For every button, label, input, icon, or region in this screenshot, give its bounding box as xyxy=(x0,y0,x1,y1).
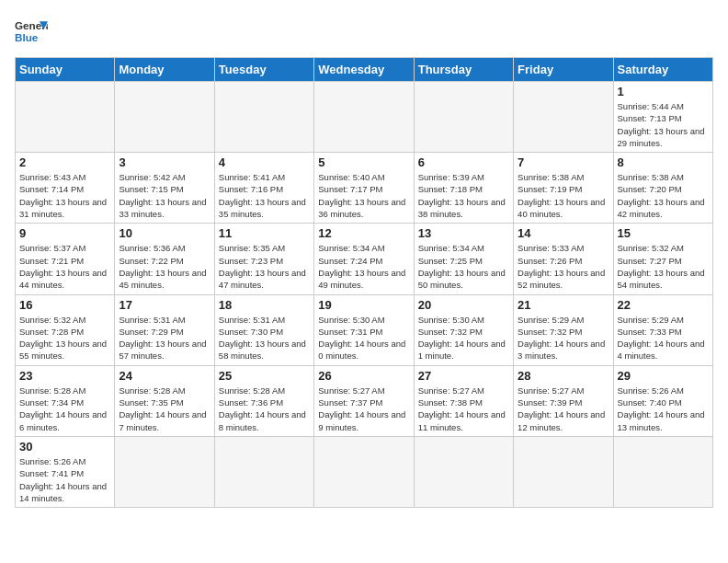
calendar-cell xyxy=(115,436,214,507)
calendar-week-row: 1Sunrise: 5:44 AM Sunset: 7:13 PM Daylig… xyxy=(16,82,713,153)
calendar-cell xyxy=(214,82,313,153)
calendar-header-row: SundayMondayTuesdayWednesdayThursdayFrid… xyxy=(16,58,713,82)
day-number: 4 xyxy=(219,155,310,169)
calendar-cell: 3Sunrise: 5:42 AM Sunset: 7:15 PM Daylig… xyxy=(115,153,214,224)
calendar-cell: 27Sunrise: 5:27 AM Sunset: 7:38 PM Dayli… xyxy=(414,365,513,436)
day-info: Sunrise: 5:38 AM Sunset: 7:19 PM Dayligh… xyxy=(518,171,609,220)
calendar-cell: 12Sunrise: 5:34 AM Sunset: 7:24 PM Dayli… xyxy=(314,224,414,294)
day-info: Sunrise: 5:35 AM Sunset: 7:23 PM Dayligh… xyxy=(219,242,310,291)
day-header-sunday: Sunday xyxy=(16,58,115,82)
day-number: 7 xyxy=(518,155,609,169)
calendar-cell xyxy=(314,436,414,507)
calendar-cell: 26Sunrise: 5:27 AM Sunset: 7:37 PM Dayli… xyxy=(314,365,414,436)
calendar-cell: 7Sunrise: 5:38 AM Sunset: 7:19 PM Daylig… xyxy=(514,153,613,224)
day-info: Sunrise: 5:37 AM Sunset: 7:21 PM Dayligh… xyxy=(19,242,110,291)
day-number: 17 xyxy=(119,298,210,312)
calendar-cell: 24Sunrise: 5:28 AM Sunset: 7:35 PM Dayli… xyxy=(115,365,214,436)
calendar-cell: 2Sunrise: 5:43 AM Sunset: 7:14 PM Daylig… xyxy=(16,153,115,224)
svg-text:Blue: Blue xyxy=(15,31,39,43)
calendar-week-row: 2Sunrise: 5:43 AM Sunset: 7:14 PM Daylig… xyxy=(16,153,713,224)
calendar-week-row: 30Sunrise: 5:26 AM Sunset: 7:41 PM Dayli… xyxy=(16,436,713,507)
day-number: 11 xyxy=(219,226,310,240)
calendar-cell: 21Sunrise: 5:29 AM Sunset: 7:32 PM Dayli… xyxy=(514,294,613,365)
day-header-saturday: Saturday xyxy=(613,58,712,82)
day-number: 24 xyxy=(119,369,210,383)
calendar-cell: 13Sunrise: 5:34 AM Sunset: 7:25 PM Dayli… xyxy=(414,224,513,294)
calendar-cell: 23Sunrise: 5:28 AM Sunset: 7:34 PM Dayli… xyxy=(16,365,115,436)
day-info: Sunrise: 5:30 AM Sunset: 7:31 PM Dayligh… xyxy=(318,314,409,362)
calendar-cell: 19Sunrise: 5:30 AM Sunset: 7:31 PM Dayli… xyxy=(314,294,414,365)
calendar-table: SundayMondayTuesdayWednesdayThursdayFrid… xyxy=(15,57,713,508)
day-number: 9 xyxy=(19,226,110,240)
day-header-wednesday: Wednesday xyxy=(314,58,414,82)
calendar-cell xyxy=(613,436,712,507)
day-info: Sunrise: 5:28 AM Sunset: 7:35 PM Dayligh… xyxy=(119,385,210,433)
day-info: Sunrise: 5:41 AM Sunset: 7:16 PM Dayligh… xyxy=(219,171,310,220)
day-info: Sunrise: 5:26 AM Sunset: 7:40 PM Dayligh… xyxy=(618,385,709,433)
calendar-cell: 20Sunrise: 5:30 AM Sunset: 7:32 PM Dayli… xyxy=(414,294,513,365)
day-info: Sunrise: 5:29 AM Sunset: 7:33 PM Dayligh… xyxy=(618,314,709,362)
day-info: Sunrise: 5:36 AM Sunset: 7:22 PM Dayligh… xyxy=(119,242,210,291)
day-info: Sunrise: 5:43 AM Sunset: 7:14 PM Dayligh… xyxy=(19,171,110,220)
day-number: 18 xyxy=(219,298,310,312)
day-number: 15 xyxy=(618,226,709,240)
day-number: 26 xyxy=(318,369,409,383)
page-header: General Blue xyxy=(15,15,713,48)
day-info: Sunrise: 5:31 AM Sunset: 7:29 PM Dayligh… xyxy=(119,314,210,362)
day-info: Sunrise: 5:30 AM Sunset: 7:32 PM Dayligh… xyxy=(418,314,509,362)
calendar-cell xyxy=(414,436,513,507)
day-info: Sunrise: 5:32 AM Sunset: 7:28 PM Dayligh… xyxy=(19,314,110,362)
calendar-cell: 30Sunrise: 5:26 AM Sunset: 7:41 PM Dayli… xyxy=(16,436,115,507)
day-info: Sunrise: 5:42 AM Sunset: 7:15 PM Dayligh… xyxy=(119,171,210,220)
calendar-cell: 28Sunrise: 5:27 AM Sunset: 7:39 PM Dayli… xyxy=(514,365,613,436)
logo: General Blue xyxy=(15,15,48,48)
calendar-cell: 29Sunrise: 5:26 AM Sunset: 7:40 PM Dayli… xyxy=(613,365,712,436)
day-info: Sunrise: 5:29 AM Sunset: 7:32 PM Dayligh… xyxy=(518,314,609,362)
calendar-cell: 8Sunrise: 5:38 AM Sunset: 7:20 PM Daylig… xyxy=(613,153,712,224)
day-info: Sunrise: 5:40 AM Sunset: 7:17 PM Dayligh… xyxy=(318,171,409,220)
day-number: 2 xyxy=(19,155,110,169)
day-number: 20 xyxy=(418,298,509,312)
day-header-thursday: Thursday xyxy=(414,58,513,82)
calendar-cell: 15Sunrise: 5:32 AM Sunset: 7:27 PM Dayli… xyxy=(613,224,712,294)
day-number: 13 xyxy=(418,226,509,240)
day-info: Sunrise: 5:27 AM Sunset: 7:37 PM Dayligh… xyxy=(318,385,409,433)
calendar-cell: 22Sunrise: 5:29 AM Sunset: 7:33 PM Dayli… xyxy=(613,294,712,365)
calendar-cell xyxy=(115,82,214,153)
day-info: Sunrise: 5:44 AM Sunset: 7:13 PM Dayligh… xyxy=(618,100,709,149)
calendar-week-row: 9Sunrise: 5:37 AM Sunset: 7:21 PM Daylig… xyxy=(16,224,713,294)
day-number: 16 xyxy=(19,298,110,312)
day-number: 23 xyxy=(19,369,110,383)
day-number: 14 xyxy=(518,226,609,240)
day-number: 5 xyxy=(318,155,409,169)
day-info: Sunrise: 5:31 AM Sunset: 7:30 PM Dayligh… xyxy=(219,314,310,362)
day-number: 8 xyxy=(618,155,709,169)
day-info: Sunrise: 5:27 AM Sunset: 7:39 PM Dayligh… xyxy=(518,385,609,433)
calendar-cell xyxy=(214,436,313,507)
calendar-cell: 17Sunrise: 5:31 AM Sunset: 7:29 PM Dayli… xyxy=(115,294,214,365)
day-header-friday: Friday xyxy=(514,58,613,82)
day-info: Sunrise: 5:32 AM Sunset: 7:27 PM Dayligh… xyxy=(618,242,709,291)
day-number: 22 xyxy=(618,298,709,312)
day-number: 25 xyxy=(219,369,310,383)
day-header-tuesday: Tuesday xyxy=(214,58,313,82)
logo-icon: General Blue xyxy=(15,15,48,48)
day-number: 1 xyxy=(618,85,709,98)
day-info: Sunrise: 5:26 AM Sunset: 7:41 PM Dayligh… xyxy=(19,455,110,504)
calendar-cell: 9Sunrise: 5:37 AM Sunset: 7:21 PM Daylig… xyxy=(16,224,115,294)
day-info: Sunrise: 5:28 AM Sunset: 7:36 PM Dayligh… xyxy=(219,385,310,433)
day-header-monday: Monday xyxy=(115,58,214,82)
calendar-cell xyxy=(314,82,414,153)
calendar-cell: 16Sunrise: 5:32 AM Sunset: 7:28 PM Dayli… xyxy=(16,294,115,365)
day-number: 27 xyxy=(418,369,509,383)
calendar-cell: 4Sunrise: 5:41 AM Sunset: 7:16 PM Daylig… xyxy=(214,153,313,224)
day-number: 28 xyxy=(518,369,609,383)
calendar-cell: 6Sunrise: 5:39 AM Sunset: 7:18 PM Daylig… xyxy=(414,153,513,224)
calendar-cell: 14Sunrise: 5:33 AM Sunset: 7:26 PM Dayli… xyxy=(514,224,613,294)
calendar-cell xyxy=(514,82,613,153)
day-number: 29 xyxy=(618,369,709,383)
day-info: Sunrise: 5:27 AM Sunset: 7:38 PM Dayligh… xyxy=(418,385,509,433)
calendar-cell xyxy=(514,436,613,507)
day-number: 3 xyxy=(119,155,210,169)
calendar-cell: 5Sunrise: 5:40 AM Sunset: 7:17 PM Daylig… xyxy=(314,153,414,224)
